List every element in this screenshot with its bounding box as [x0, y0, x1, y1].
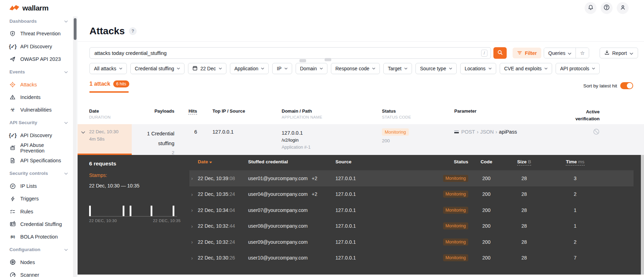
queries-dropdown[interactable]: Queries	[544, 48, 576, 58]
favorite-query-button[interactable]: ☆	[576, 48, 589, 58]
bottom-strip	[78, 275, 644, 277]
attack-row[interactable]: 22 Dec, 10:30 4m 58s 1 Credential stuffi…	[78, 124, 644, 155]
filter-chip-response-code[interactable]: Response code	[331, 63, 380, 74]
size-sort-header[interactable]: Size B	[517, 159, 531, 165]
chevron-down-icon	[568, 50, 571, 56]
chevron-down-icon	[630, 50, 633, 56]
request-row[interactable]: › 22 Dec, 10:32:24 user09@yourcompany.co…	[189, 234, 634, 250]
sort-by-latest-hit-toggle[interactable]	[620, 82, 633, 89]
panel-scrollbar[interactable]	[641, 155, 644, 275]
filter-chip-target[interactable]: Target	[383, 63, 412, 74]
status-badge: Monitoring	[443, 222, 468, 229]
brand-name: wallarm	[22, 4, 49, 12]
sidebar-item-vulnerabilities[interactable]: ☣ Vulnerabilities	[0, 104, 77, 116]
request-row[interactable]: › 22 Dec, 10:32:44 user08@yourcompany.co…	[189, 218, 634, 234]
help-button[interactable]	[601, 2, 613, 14]
sidebar-item-api-discovery-dashboard[interactable]: {✓} API Discovery	[0, 40, 77, 53]
hits-sort-header[interactable]: Hits	[188, 108, 197, 114]
sidebar-item-ip-lists[interactable]: IP IP Lists	[0, 180, 77, 192]
status-badge: Monitoring	[443, 207, 468, 214]
request-row[interactable]: › 22 Dec, 10:39:08 user01@yourcompany.co…	[189, 170, 634, 186]
search-button[interactable]	[493, 47, 507, 59]
request-row[interactable]: › 22 Dec, 10:35:24 user04@yourcompany.co…	[189, 186, 634, 203]
sidebar-scrollbar-track[interactable]	[73, 16, 77, 277]
chevron-down-icon[interactable]	[81, 129, 85, 136]
sidebar-item-attacks[interactable]: Attacks	[0, 78, 77, 91]
stamps-link[interactable]: Stamps:	[89, 172, 107, 178]
shield-bolt-icon	[9, 30, 16, 37]
filter-chip-date[interactable]: 22 Dec	[188, 63, 226, 74]
sidebar-item-threat-prevention[interactable]: Threat Prevention	[0, 27, 77, 40]
document-icon	[9, 157, 16, 164]
wallarm-logo-icon	[9, 4, 20, 12]
filter-chip-source-type[interactable]: Source type	[415, 63, 457, 74]
sidebar-scrollbar-thumb[interactable]	[74, 18, 77, 40]
bot-icon	[9, 145, 16, 151]
requests-count: 6 requests	[89, 161, 116, 167]
chevron-right-icon: ›	[189, 207, 198, 213]
filter-chip-credential-stuffing[interactable]: Credential stuffing	[130, 63, 185, 74]
page-help-icon[interactable]: ?	[129, 27, 137, 35]
sidebar-item-api-specifications[interactable]: API Specifications	[0, 154, 77, 167]
scanner-icon	[9, 272, 16, 277]
sidebar-section-security-controls[interactable]: Security controls	[0, 167, 77, 180]
filter-chip-all-attacks[interactable]: All attacks	[89, 63, 127, 74]
chevron-down-icon	[64, 19, 68, 24]
attack-count: 1 attack	[89, 81, 110, 87]
active-verification-cell	[560, 128, 600, 136]
chevron-right-icon: ›	[189, 191, 198, 197]
filter-chip-application[interactable]: Application	[230, 63, 269, 74]
sidebar-item-api-abuse-prevention[interactable]: API Abuse Prevention	[0, 142, 77, 154]
top-bar: wallarm	[0, 0, 644, 16]
filter-button[interactable]: Filter	[513, 48, 541, 58]
sidebar-item-credential-stuffing[interactable]: Credential Stuffing	[0, 218, 77, 230]
sidebar-section-configuration[interactable]: Configuration	[0, 243, 77, 256]
slash-circle-icon	[593, 130, 600, 136]
svg-text:IP: IP	[12, 185, 14, 187]
top-ip-cell: 127.0.0.1	[212, 129, 233, 135]
chevron-right-icon: ›	[189, 175, 198, 181]
sidebar-section-dashboards[interactable]: Dashboards	[0, 16, 77, 27]
notifications-button[interactable]	[585, 2, 596, 14]
request-row[interactable]: › 22 Dec, 10:30:26 user10@yourcompany.co…	[189, 250, 634, 266]
filter-chip-api-protocols[interactable]: API protocols	[556, 63, 600, 74]
status-badge: Monitoring	[382, 128, 409, 136]
sidebar-item-scanner[interactable]: Scanner	[0, 269, 77, 277]
app-window: wallarm Dashboards Threat Prevention	[0, 0, 644, 277]
chevron-down-icon	[64, 171, 68, 176]
sort-desc-icon	[209, 162, 212, 163]
sidebar-item-bola-protection[interactable]: {ID} BOLA Protection	[0, 230, 77, 243]
time-sort-header[interactable]: Time ms	[566, 159, 584, 165]
popover-handle-artifact	[299, 59, 306, 62]
popover-handle-artifact	[325, 58, 331, 61]
wallarm-logo[interactable]: wallarm	[9, 4, 49, 12]
status-badge: Monitoring	[443, 191, 468, 198]
bell-icon	[588, 5, 594, 12]
sidebar-item-incidents[interactable]: Incidents	[0, 91, 77, 104]
stamps-range: 22 Dec, 10:30 — 10:35	[89, 183, 139, 189]
filter-chip-ip[interactable]: IP	[272, 63, 292, 74]
sidebar-item-rules[interactable]: Rules	[0, 205, 77, 218]
checklist-icon	[9, 208, 16, 215]
chevron-down-icon	[64, 247, 68, 252]
date-sort-header[interactable]: Date	[198, 159, 248, 164]
filter-chip-locations[interactable]: Locations	[460, 63, 496, 74]
search-input[interactable]	[89, 47, 491, 59]
report-button[interactable]: Report	[600, 48, 638, 58]
sidebar-item-owasp-api-2023[interactable]: OWASP API 2023	[0, 53, 77, 65]
braces-check-icon: {✓}	[9, 132, 16, 138]
request-row[interactable]: › 22 Dec, 10:34:04 user07@yourcompany.co…	[189, 202, 634, 218]
bolt-icon	[9, 196, 16, 202]
sidebar-item-nodes[interactable]: Nodes	[0, 256, 77, 269]
account-button[interactable]	[617, 2, 629, 14]
filter-chip-cve-exploits[interactable]: CVE and exploits	[500, 63, 552, 74]
biohazard-icon: ☣	[9, 107, 16, 113]
sidebar-item-triggers[interactable]: Triggers	[0, 192, 77, 205]
sidebar-item-api-discovery[interactable]: {✓} API Discovery	[0, 129, 77, 142]
payloads-cell: 1 Credential stuffing 2	[130, 129, 174, 157]
active-tab-underline	[89, 91, 129, 93]
requests-rows: › 22 Dec, 10:39:08 user01@yourcompany.co…	[189, 170, 634, 266]
sidebar-section-events[interactable]: Events	[0, 65, 77, 78]
filter-chip-domain[interactable]: Domain	[296, 63, 327, 74]
sidebar-section-api-security[interactable]: API Security	[0, 116, 77, 129]
